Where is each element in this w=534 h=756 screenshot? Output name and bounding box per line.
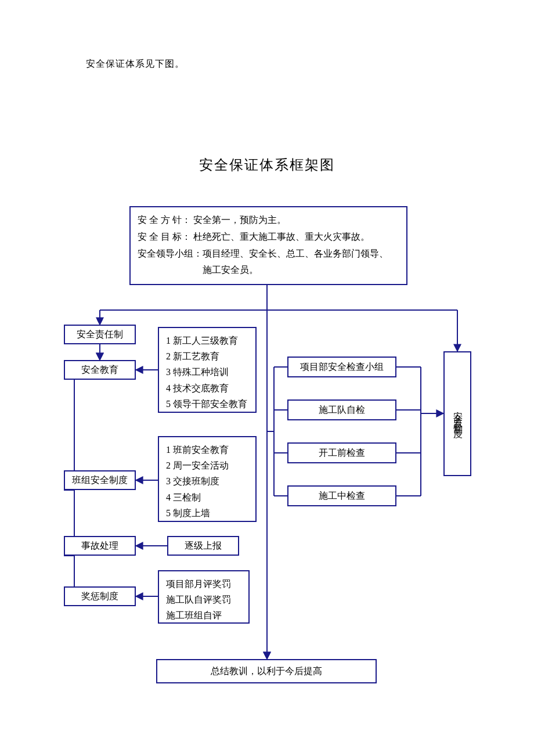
bottom-summary-box: 总结教训，以利于今后提高 [156, 659, 377, 683]
incident-detail-box: 逐级上报 [167, 536, 239, 556]
r1-label: 项目部安全检查小组 [300, 359, 384, 375]
reward-l1: 项目部月评奖罚 [166, 576, 241, 592]
r2-label: 施工队自检 [319, 402, 365, 417]
incident-detail-label: 逐级上报 [185, 538, 222, 553]
group-value-1: 项目经理、安全长、总工、各业务部门领导、 [203, 249, 388, 258]
vertical-supervision-box: 安全监督制度 [443, 351, 471, 476]
target-label: 安 全 目 标： [138, 232, 191, 242]
right-r1: 项目部安全检查小组 [287, 357, 396, 377]
edu-details-box: 1 新工人三级教育 2 新工艺教育 3 特殊工种培训 4 技术交底教育 5 领导… [158, 327, 257, 413]
box-team-system: 班组安全制度 [64, 470, 136, 490]
intro-text: 安全保证体系见下图。 [86, 58, 185, 70]
team-l5: 5 制度上墙 [166, 505, 248, 521]
reward-l3: 施工班组自评 [166, 607, 241, 623]
edu-l1: 1 新工人三级教育 [166, 333, 248, 348]
bottom-label: 总结教训，以利于今后提高 [211, 663, 322, 679]
team-l2: 2 周一安全活动 [166, 458, 248, 473]
r3-label: 开工前检查 [319, 445, 365, 460]
reward-details-box: 项目部月评奖罚 施工队自评奖罚 施工班组自评 [158, 570, 250, 624]
svg-rect-20 [58, 372, 81, 546]
box-education: 安全教育 [64, 360, 136, 380]
edu-l4: 4 技术交底教育 [166, 380, 248, 396]
policy-value: 安全第一，预防为主。 [191, 215, 286, 225]
group-label: 安全领导小组： [138, 249, 203, 258]
box-responsibility: 安全责任制 [64, 325, 136, 344]
diagram-title: 安全保证体系框架图 [0, 156, 534, 174]
box-incident-handling: 事故处理 [64, 536, 136, 556]
box-reward-system: 奖惩制度 [64, 586, 136, 606]
edu-l5: 5 领导干部安全教育 [166, 396, 248, 412]
edu-l3: 3 特殊工种培训 [166, 364, 248, 380]
target-value: 杜绝死亡、重大施工事故、重大火灾事故。 [191, 232, 370, 242]
label-b5: 奖惩制度 [81, 588, 118, 604]
vertical-supervision-label: 安全监督制度 [452, 404, 464, 424]
svg-rect-21 [58, 290, 476, 319]
right-r2: 施工队自检 [287, 399, 396, 420]
header-box: 安 全 方 针： 安全第一，预防为主。 安 全 目 标： 杜绝死亡、重大施工事故… [129, 206, 407, 285]
right-r4: 施工中检查 [287, 485, 396, 506]
team-l1: 1 班前安全教育 [166, 442, 248, 458]
label-b1: 安全责任制 [77, 326, 123, 342]
team-details-box: 1 班前安全教育 2 周一安全活动 3 交接班制度 4 三检制 5 制度上墙 [158, 436, 257, 522]
right-r3: 开工前检查 [287, 442, 396, 463]
policy-label: 安 全 方 针： [138, 215, 191, 225]
r4-label: 施工中检查 [319, 488, 365, 503]
label-b3: 班组安全制度 [72, 472, 128, 488]
label-b2: 安全教育 [81, 362, 118, 377]
team-l4: 4 三检制 [166, 489, 248, 505]
team-l3: 3 交接班制度 [166, 473, 248, 489]
group-value-2: 施工安全员。 [203, 265, 258, 275]
label-b4: 事故处理 [81, 538, 118, 553]
reward-l2: 施工队自评奖罚 [166, 592, 241, 607]
edu-l2: 2 新工艺教育 [166, 348, 248, 364]
